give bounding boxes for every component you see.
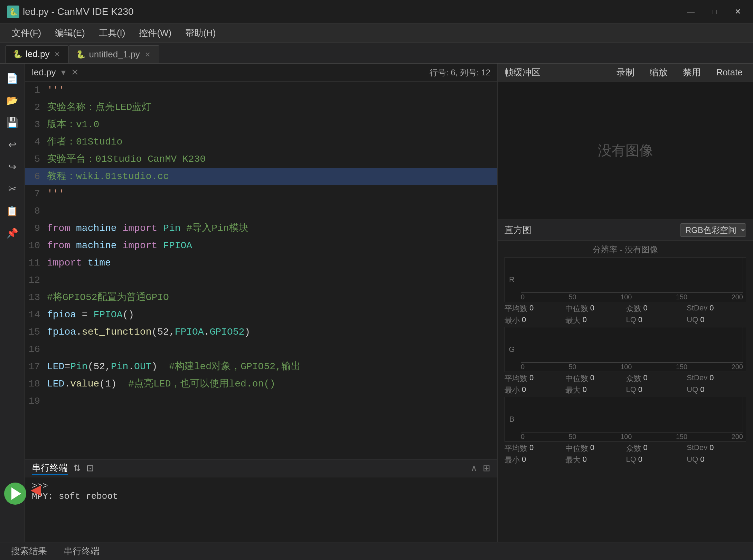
token-c-normal: ) (152, 361, 169, 372)
token-c-normal: () (122, 309, 134, 320)
token-c-normal: . (204, 327, 210, 337)
stat-b-lq: LQ0 (626, 455, 686, 465)
cut-icon[interactable]: ✂ (3, 180, 21, 198)
terminal-header: 串行终端 ⇅ ⊡ ∧ ⊞ (25, 459, 497, 477)
stat-r-max: 最大0 (565, 315, 625, 326)
tab-ledpy[interactable]: 🐍 led.py ✕ (6, 45, 69, 63)
chevron-down-icon[interactable]: ▾ (61, 67, 66, 78)
stat-r-lq: LQ0 (626, 315, 686, 326)
line-content-4[interactable]: 作者：01Studio (47, 134, 497, 150)
close-button[interactable]: ✕ (730, 5, 746, 19)
terminal-content[interactable]: >>> MPY: soft reboot (25, 477, 497, 542)
token-c-classname: Pin (111, 361, 128, 372)
color-space-select[interactable]: RGB色彩空间 LAB色彩空间 灰度 (680, 223, 746, 237)
x-label: 50 (569, 293, 576, 301)
record-button[interactable]: 录制 (613, 65, 638, 80)
line-content-6[interactable]: 教程：wiki.01studio.cc (47, 169, 497, 185)
token-c-module: machine (76, 240, 117, 251)
token-c-normal: . (76, 327, 82, 337)
bottom-tab-搜索结果[interactable]: 搜索结果 (7, 543, 51, 559)
tab-serial-terminal[interactable]: 串行终端 (32, 462, 68, 475)
stat-b-min: 最小0 (505, 455, 564, 465)
code-line-1: 1''' (25, 82, 497, 99)
tab-close-icon[interactable]: ✕ (143, 50, 152, 59)
g-x-labels: 0 50 100 150 200 (521, 363, 743, 371)
save-icon[interactable]: 💾 (3, 113, 21, 131)
code-editor[interactable]: 1'''2实验名称：点亮LED蓝灯3版本：v1.04作者：01Studio5实验… (25, 82, 497, 459)
bottom-tab-串行终端[interactable]: 串行终端 (59, 543, 104, 559)
token-c-normal: (52, (151, 327, 175, 337)
line-number-12: 12 (25, 272, 47, 288)
token-c-comment: #构建led对象，GPIO52,输出 (169, 361, 301, 372)
b-x-labels: 0 50 100 150 200 (521, 433, 743, 441)
menu-item-编辑e[interactable]: 编辑(E) (49, 24, 91, 42)
new-file-icon[interactable]: 📄 (3, 69, 21, 87)
menu-item-控件w[interactable]: 控件(W) (133, 24, 178, 42)
tab-close-icon[interactable]: ✕ (53, 49, 62, 59)
line-content-9[interactable]: from machine import Pin #导入Pin模块 (47, 221, 497, 236)
line-content-17[interactable]: LED=Pin(52,Pin.OUT) #构建led对象，GPIO52,输出 (47, 359, 497, 375)
line-content-1[interactable]: ''' (47, 82, 497, 98)
token-c-var: LED (47, 361, 64, 372)
terminal-icon-2[interactable]: ⊡ (86, 463, 94, 474)
line-content-7[interactable]: ''' (47, 186, 497, 202)
terminal-open-icon[interactable]: ⊞ (483, 463, 490, 474)
token-c-comment: #导入Pin模块 (186, 223, 248, 234)
run-button[interactable] (4, 483, 26, 505)
line-content-11[interactable]: import time (47, 255, 497, 271)
token-c-normal (70, 223, 76, 234)
line-content-10[interactable]: from machine import FPIOA (47, 238, 497, 254)
terminal-expand-icon[interactable]: ∧ (471, 463, 477, 474)
menu-item-工具i[interactable]: 工具(I) (93, 24, 132, 42)
line-content-14[interactable]: fpioa = FPIOA() (47, 307, 497, 323)
app-icon-symbol: 🐍 (9, 8, 18, 16)
close-file-icon[interactable]: ✕ (71, 67, 79, 78)
line-content-15[interactable]: fpioa.set_function(52,FPIOA.GPIO52) (47, 324, 497, 340)
grid-line (743, 327, 743, 363)
line-content-3[interactable]: 版本：v1.0 (47, 117, 497, 133)
tabbar: 🐍 led.py ✕🐍 untitled_1.py ✕ (0, 43, 753, 64)
maximize-button[interactable]: □ (706, 5, 723, 19)
x-label: 0 (521, 293, 525, 301)
run-triangle-icon (11, 487, 21, 500)
disable-button[interactable]: 禁用 (679, 65, 704, 80)
line-number-9: 9 (25, 221, 47, 236)
undo-icon[interactable]: ↩ (3, 136, 21, 153)
tab-untitled_1py[interactable]: 🐍 untitled_1.py ✕ (69, 45, 159, 63)
token-c-import: from (47, 223, 70, 234)
token-c-normal: (1) (99, 379, 128, 389)
open-folder-icon[interactable]: 📂 (3, 91, 21, 109)
grid-line (595, 397, 595, 432)
r-stats: 平均数0 中位数0 众数0 StDev0 最小0 最大0 LQ0 UQ0 (498, 302, 753, 327)
stat-r-uq: UQ0 (687, 315, 746, 326)
stat-r-avg: 平均数0 (505, 304, 564, 314)
line-number-10: 10 (25, 238, 47, 254)
line-content-18[interactable]: LED.value(1) #点亮LED，也可以使用led.on() (47, 376, 497, 392)
zoom-button[interactable]: 缩放 (646, 65, 671, 80)
code-line-12: 12 (25, 272, 497, 289)
token-c-import: import (122, 223, 157, 234)
minimize-button[interactable]: — (683, 5, 699, 19)
menu-item-文件f[interactable]: 文件(F) (6, 24, 47, 42)
line-content-5[interactable]: 实验平台：01Studio CanMV K230 (47, 151, 497, 167)
terminal-icon-1[interactable]: ⇅ (73, 463, 81, 474)
grid-line (743, 258, 743, 293)
red-arrow-icon: ▶ (30, 484, 41, 500)
paste-icon[interactable]: 📌 (3, 224, 21, 242)
line-content-2[interactable]: 实验名称：点亮LED蓝灯 (47, 100, 497, 115)
copy-icon[interactable]: 📋 (3, 202, 21, 220)
rotate-button[interactable]: Rotate (713, 66, 746, 79)
redo-icon[interactable]: ↪ (3, 158, 21, 176)
token-c-import: from (47, 240, 70, 251)
stat-r-median: 中位数0 (565, 304, 625, 314)
line-content-13[interactable]: #将GPIO52配置为普通GPIO (47, 290, 497, 306)
title-text: led.py - CanMV IDE K230 (23, 6, 134, 17)
menu-item-帮助h[interactable]: 帮助(H) (179, 24, 222, 42)
x-label: 0 (521, 433, 525, 441)
line-number-5: 5 (25, 151, 47, 167)
histogram-g-channel: G 0 50 100 150 200 (498, 327, 753, 397)
line-number-18: 18 (25, 376, 47, 392)
r-channel-label: R (505, 275, 519, 284)
code-line-13: 13#将GPIO52配置为普通GPIO (25, 289, 497, 306)
main-content: 📄 📂 💾 ↩ ↪ ✂ 📋 📌 led.py ▾ ✕ 行号: 6, 列号: 12… (0, 64, 753, 542)
